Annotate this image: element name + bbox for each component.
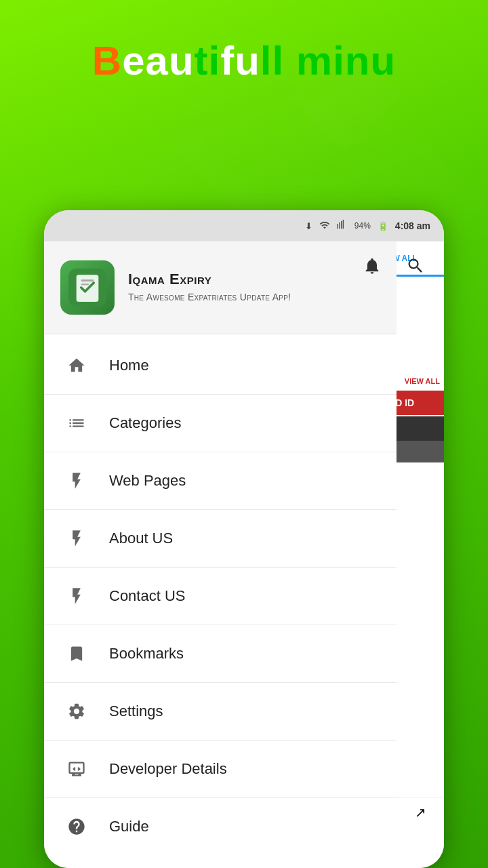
menu-guide-label: Guide (109, 818, 149, 835)
bolt-icon-2 (63, 525, 90, 552)
monitor-icon (63, 755, 90, 783)
signal-icon (337, 220, 348, 233)
home-icon (63, 352, 90, 379)
menu-about-label: About US (109, 530, 173, 547)
divider-8 (44, 797, 396, 798)
drawer-header: Iqama Expiry The Awesome Expatriates Upd… (44, 241, 396, 334)
divider-6 (44, 682, 396, 683)
title-ll: ll minu (260, 38, 396, 83)
bolt-icon-3 (63, 583, 90, 610)
menu-item-contact-us[interactable]: Contact US (44, 570, 396, 622)
app-info-block: Iqama Expiry The Awesome Expatriates Upd… (128, 271, 380, 304)
title-ti: ti (195, 38, 221, 83)
menu-item-home[interactable]: Home (44, 340, 396, 391)
menu-settings-label: Settings (109, 703, 163, 720)
menu-categories-label: Categories (109, 414, 181, 432)
wifi-icon (319, 220, 330, 233)
status-bar: ⬇ 94% 🔋 4:08 am (44, 210, 444, 241)
battery-icon: 🔋 (378, 221, 388, 231)
battery-percent: 94% (354, 221, 371, 231)
menu-item-about-us[interactable]: About US (44, 513, 396, 564)
divider-2 (44, 452, 396, 452)
menu-item-categories[interactable]: Categories (44, 397, 396, 449)
title-b: B (92, 38, 122, 83)
guide-icon (63, 813, 90, 840)
share-action-icon[interactable]: ↗ (415, 804, 426, 821)
settings-icon (63, 698, 90, 725)
menu-item-settings[interactable]: Settings (44, 686, 396, 737)
menu-item-bookmarks[interactable]: Bookmarks (44, 628, 396, 679)
download-icon: ⬇ (305, 221, 312, 231)
navigation-drawer: Iqama Expiry The Awesome Expatriates Upd… (44, 241, 396, 868)
svg-rect-3 (81, 283, 89, 285)
menu-item-guide[interactable]: Guide (44, 801, 396, 852)
divider-7 (44, 740, 396, 741)
svg-rect-2 (81, 279, 94, 281)
hero-title: Beautifull minu (0, 37, 488, 84)
divider-4 (44, 567, 396, 568)
view-all-label: VIEW ALL (405, 377, 440, 385)
bookmark-icon (63, 640, 90, 667)
search-button[interactable] (401, 251, 430, 281)
menu-contact-label: Contact US (109, 587, 186, 605)
notification-button[interactable] (357, 251, 387, 281)
drawer-action-icons (357, 251, 430, 281)
phone-frame: ⬇ 94% 🔋 4:08 am (44, 210, 444, 868)
menu-item-web-pages[interactable]: Web Pages (44, 455, 396, 507)
app-subtitle: The Awesome Expatriates Update App! (128, 291, 380, 304)
menu-list: Home Categories We (44, 334, 396, 868)
divider-1 (44, 394, 396, 395)
divider-5 (44, 625, 396, 625)
title-eau: eau (122, 38, 194, 83)
list-icon (63, 410, 90, 437)
menu-webpages-label: Web Pages (109, 472, 186, 490)
title-fu: fu (220, 38, 260, 83)
divider-3 (44, 509, 396, 510)
menu-home-label: Home (109, 357, 149, 374)
status-time: 4:08 am (395, 220, 430, 231)
menu-developer-label: Developer Details (109, 760, 227, 778)
app-icon (60, 260, 115, 315)
app-name: Iqama Expiry (128, 271, 380, 288)
menu-bookmarks-label: Bookmarks (109, 645, 184, 663)
menu-item-developer[interactable]: Developer Details (44, 743, 396, 795)
bolt-icon-1 (63, 467, 90, 494)
